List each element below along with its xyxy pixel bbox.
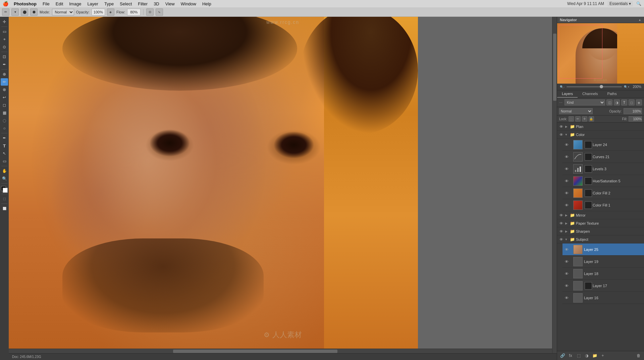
workspace-label[interactable]: Essentials ▾ — [607, 1, 633, 6]
app-name-menu[interactable]: Photoshop — [11, 1, 39, 7]
smart-filter-icon[interactable]: ◈ — [636, 99, 642, 105]
eyedropper-tool[interactable]: ✒ — [1, 61, 8, 68]
dodge-tool[interactable]: ○ — [1, 125, 8, 132]
mask-btn[interactable]: ⬚ — [575, 352, 582, 359]
expand-plan[interactable]: ▶ — [564, 124, 569, 129]
pressure-opacity-btn[interactable]: ◈ — [107, 8, 114, 16]
layer-19[interactable]: 👁 Layer 19 — [562, 256, 644, 268]
zoom-tool[interactable]: 🔍 — [1, 175, 8, 182]
group-paper-texture[interactable]: 👁 ▶ 📁 Paper Texture — [557, 219, 644, 227]
shape-tool[interactable]: ▭ — [1, 158, 8, 165]
visibility-sharpen[interactable]: 👁 — [558, 229, 564, 234]
visibility-layer25[interactable]: 👁 — [564, 247, 569, 252]
visibility-color[interactable]: 👁 — [558, 132, 564, 137]
apple-menu[interactable]: 🍎 — [3, 1, 8, 6]
layer-17[interactable]: 👁 Layer 17 — [562, 280, 644, 292]
crop-tool[interactable]: ⊡ — [1, 53, 8, 60]
link-layers-btn[interactable]: 🔗 — [559, 352, 566, 359]
menu-help[interactable]: Help — [200, 1, 214, 7]
layer-huesat5[interactable]: 👁 Hue/Saturation 5 — [562, 175, 644, 187]
menu-select[interactable]: Select — [117, 1, 135, 7]
visibility-paper[interactable]: 👁 — [558, 221, 564, 226]
background-color[interactable] — [3, 188, 8, 193]
visibility-layer17[interactable]: 👁 — [564, 283, 569, 288]
hand-tool[interactable]: ✋ — [1, 167, 8, 175]
lock-all-btn[interactable]: 🔒 — [589, 116, 594, 122]
fx-btn[interactable]: fx — [567, 352, 574, 359]
zoom-out-icon[interactable]: 🔍- — [560, 85, 565, 89]
visibility-levels3[interactable]: 👁 — [564, 166, 569, 172]
layer-colorfill1[interactable]: 👁 Color Fill 1 — [562, 199, 644, 211]
expand-paper[interactable]: ▶ — [564, 221, 569, 226]
new-layer-btn[interactable]: + — [599, 352, 606, 359]
delete-layer-btn[interactable]: 🗑 — [635, 352, 642, 359]
brush-size-small[interactable]: ⬤ — [30, 8, 38, 16]
expand-color[interactable]: ▼ — [564, 132, 569, 137]
visibility-colorfill1[interactable]: 👁 — [564, 203, 569, 208]
adjustment-btn[interactable]: ◑ — [583, 352, 590, 359]
visibility-layer24[interactable]: 👁 — [564, 142, 569, 147]
tab-layers[interactable]: Layers — [557, 90, 578, 98]
layer-16[interactable]: 👁 Layer 16 — [562, 292, 644, 304]
group-mirror[interactable]: 👁 ▶ 📁 Mirror — [557, 211, 644, 219]
menu-edit[interactable]: Edit — [53, 1, 66, 7]
color-swatches[interactable] — [1, 186, 8, 193]
expand-sharpen[interactable]: ▶ — [564, 229, 569, 234]
visibility-huesat5[interactable]: 👁 — [564, 178, 569, 184]
layers-list[interactable]: 👁 ▶ 📁 Plan 👁 ▼ 📁 Color 👁 Layer 24 — [557, 123, 644, 351]
eraser-tool[interactable]: ◻ — [1, 101, 8, 109]
navigator-collapse[interactable]: ▲ — [638, 18, 641, 21]
marquee-tool[interactable]: ▭ — [1, 28, 8, 35]
healing-brush-tool[interactable]: ⊕ — [1, 71, 8, 78]
visibility-colorfill2[interactable]: 👁 — [564, 190, 569, 196]
lasso-tool[interactable]: ⌖ — [1, 36, 8, 43]
brush-tool-icon[interactable]: ✏ — [2, 8, 9, 16]
pen-tool[interactable]: ✒ — [1, 134, 8, 142]
zoom-slider[interactable] — [567, 86, 622, 87]
group-subject[interactable]: 👁 ▼ 📁 Subject — [557, 235, 644, 243]
menu-type[interactable]: Type — [102, 1, 116, 7]
clone-stamp-tool[interactable]: ⊗ — [1, 86, 8, 93]
group-color[interactable]: 👁 ▼ 📁 Color — [557, 131, 644, 139]
layer-levels3[interactable]: 👁 Levels 3 — [562, 163, 644, 175]
quick-mask-btn[interactable]: ⬚ — [1, 195, 8, 203]
h-scrollbar-thumb[interactable] — [173, 350, 337, 353]
flow-input[interactable] — [127, 9, 141, 15]
shape-filter-icon[interactable]: ◻ — [629, 99, 635, 105]
menu-3d[interactable]: 3D — [151, 1, 162, 7]
lock-transparent-btn[interactable]: ⬚ — [569, 116, 574, 122]
menu-image[interactable]: Image — [66, 1, 84, 7]
gradient-tool[interactable]: ▦ — [1, 109, 8, 117]
vertical-scrollbar[interactable] — [552, 17, 557, 353]
group-sharpen[interactable]: 👁 ▶ 📁 Sharpen — [557, 227, 644, 235]
expand-subject[interactable]: ▼ — [564, 237, 569, 242]
tab-channels[interactable]: Channels — [578, 90, 602, 98]
visibility-subject[interactable]: 👁 — [558, 237, 564, 242]
path-selection-tool[interactable]: ↖ — [1, 150, 8, 157]
visibility-mirror[interactable]: 👁 — [558, 213, 564, 218]
navigator-header[interactable]: Navigator ▲ — [557, 17, 644, 23]
v-scrollbar-thumb[interactable] — [553, 34, 556, 101]
type-tool[interactable]: T — [1, 142, 8, 149]
visibility-layer16[interactable]: 👁 — [564, 295, 569, 301]
opacity-value-input[interactable] — [624, 108, 642, 114]
layer-curves21[interactable]: 👁 Curves 21 — [562, 151, 644, 163]
blend-mode-select[interactable]: Normal — [52, 9, 74, 15]
tool-preset-picker[interactable]: ▾ — [11, 8, 19, 16]
folder-btn[interactable]: 📁 — [591, 352, 598, 359]
screen-mode-btn[interactable]: ⬜ — [1, 205, 8, 212]
adjustment-filter-icon[interactable]: ◑ — [614, 99, 620, 105]
lock-position-btn[interactable]: ✛ — [582, 116, 587, 122]
visibility-layer19[interactable]: 👁 — [564, 259, 569, 264]
horizontal-scrollbar[interactable] — [9, 349, 557, 353]
visibility-layer18[interactable]: 👁 — [564, 271, 569, 276]
visibility-plan[interactable]: 👁 — [558, 124, 564, 129]
expand-mirror[interactable]: ▶ — [564, 213, 569, 218]
layer-colorfill2[interactable]: 👁 Color Fill 2 — [562, 187, 644, 199]
tab-paths[interactable]: Paths — [603, 90, 622, 98]
search-icon[interactable]: 🔍 — [636, 1, 641, 6]
zoom-slider-thumb[interactable] — [600, 85, 603, 88]
quick-select-tool[interactable]: ⊙ — [1, 43, 8, 51]
blend-mode-layers-select[interactable]: Normal — [559, 108, 593, 114]
smoothing-btn[interactable]: ∿ — [156, 8, 163, 16]
